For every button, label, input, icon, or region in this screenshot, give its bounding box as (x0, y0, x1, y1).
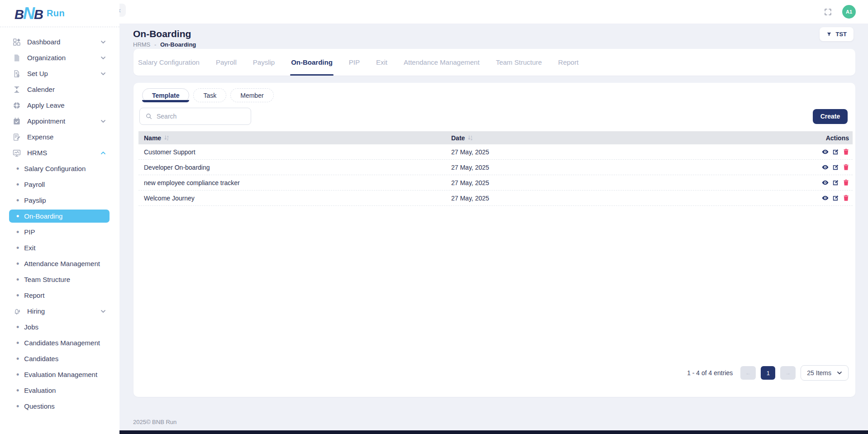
sidebar-item-dashboard[interactable]: Dashboard (0, 34, 119, 50)
table-row: Welcome Journey 27 May, 2025 (138, 191, 853, 206)
bullet-icon: • (16, 262, 19, 266)
page-size-select[interactable]: 25 Items (801, 365, 849, 381)
sidebar-item-jobs[interactable]: • Jobs (0, 319, 119, 335)
sidebar-item-pip[interactable]: • PIP (0, 224, 119, 240)
eye-icon (821, 179, 829, 186)
sidebar-item-calender[interactable]: Calender (0, 81, 119, 97)
fullscreen-icon (824, 8, 832, 16)
view-button[interactable] (821, 148, 829, 156)
pagination: 1 - 4 of 4 entries ← 1 → 25 Items (687, 365, 849, 381)
view-button[interactable] (821, 194, 829, 202)
sidebar-item-set-up[interactable]: Set Up (0, 66, 119, 81)
edit-button[interactable] (832, 179, 839, 186)
onboarding-panel: Template Task Member Create Name (134, 83, 855, 397)
delete-button[interactable] (842, 194, 850, 202)
trash-icon (842, 163, 850, 171)
bullet-icon: • (16, 357, 19, 361)
bullet-icon: • (16, 198, 19, 203)
column-header-date[interactable]: Date (451, 134, 789, 142)
search-icon (145, 113, 153, 120)
template-name: Welcome Journey (138, 195, 451, 202)
subtab-task[interactable]: Task (193, 88, 226, 102)
breadcrumb-parent[interactable]: HRMS (133, 41, 150, 48)
create-button[interactable]: Create (813, 109, 848, 124)
tab-pip[interactable]: PIP (349, 49, 360, 76)
footer-copyright: 2025© BNB Run (133, 419, 176, 425)
tab-attendance-management[interactable]: Attendance Management (404, 49, 480, 76)
tab-on-boarding[interactable]: On-Boarding (291, 49, 333, 76)
pagination-summary: 1 - 4 of 4 entries (687, 369, 733, 377)
sidebar-item-report[interactable]: • Report (0, 287, 119, 303)
sidebar-item-questions[interactable]: • Questions (0, 398, 119, 414)
edit-button[interactable] (832, 194, 839, 202)
sidebar-item-hiring[interactable]: Hiring (0, 303, 119, 319)
dashboard-icon (12, 38, 21, 47)
bullet-icon: • (16, 404, 19, 409)
sidebar-item-on-boarding[interactable]: • On-Boarding (9, 210, 110, 223)
sidebar-item-attendance-management[interactable]: • Attendance Management (0, 256, 119, 272)
sidebar-item-candidates[interactable]: • Candidates (0, 351, 119, 367)
delete-button[interactable] (842, 163, 850, 171)
sidebar-item-candidates-management[interactable]: • Candidates Management (0, 335, 119, 351)
bell-icon (12, 307, 21, 316)
calendar-check-icon (12, 117, 21, 126)
search-input[interactable] (157, 113, 243, 120)
content: On-Boarding HRMS - On-Boarding TST Salar… (119, 24, 868, 434)
delete-button[interactable] (842, 179, 850, 186)
edit-button[interactable] (832, 148, 839, 156)
tab-salary-configuration[interactable]: Salary Configuration (138, 49, 200, 76)
pencil-square-icon (832, 163, 839, 171)
template-name: Developer On-boarding (138, 164, 451, 171)
sort-numeric-desc-icon[interactable] (467, 135, 473, 141)
view-button[interactable] (821, 179, 829, 186)
tab-report[interactable]: Report (558, 49, 578, 76)
chevron-down-icon (100, 71, 106, 76)
sidebar-item-apply-leave[interactable]: Apply Leave (0, 97, 119, 113)
pagination-next-button[interactable]: → (780, 366, 796, 380)
bullet-icon: • (16, 388, 19, 393)
sidebar-item-appointment[interactable]: Appointment (0, 113, 119, 129)
sidebar-item-hrms[interactable]: HRMS (0, 145, 119, 161)
breadcrumb-separator: - (154, 41, 156, 48)
sidebar-item-payroll[interactable]: • Payroll (0, 176, 119, 192)
template-date: 27 May, 2025 (451, 164, 789, 171)
sidebar-item-expense[interactable]: Expense (0, 129, 119, 145)
delete-button[interactable] (842, 148, 850, 156)
page-title: On-Boarding (133, 28, 868, 40)
main-area: « A1 On-Boarding HRMS - On-Boarding TST (119, 0, 868, 434)
monitor-icon (12, 148, 21, 157)
hourglass-icon (12, 85, 21, 94)
pagination-prev-button[interactable]: ← (740, 366, 756, 380)
bullet-icon: • (16, 277, 19, 282)
eye-icon (821, 148, 829, 156)
tab-exit[interactable]: Exit (376, 49, 387, 76)
horizontal-scrollbar[interactable] (119, 430, 868, 434)
table-header-row: Name Date Actions (138, 131, 853, 144)
sidebar-item-payslip[interactable]: • Payslip (0, 192, 119, 208)
table-row: new employee compliance tracker 27 May, … (138, 175, 853, 191)
tenant-filter-button[interactable]: TST (820, 27, 854, 41)
chevron-down-icon (100, 39, 106, 45)
tab-payslip[interactable]: Payslip (253, 49, 275, 76)
tab-team-structure[interactable]: Team Structure (496, 49, 542, 76)
receipt-icon (12, 133, 21, 142)
view-button[interactable] (821, 163, 829, 171)
column-header-name[interactable]: Name (138, 134, 451, 142)
sidebar-item-team-structure[interactable]: • Team Structure (0, 272, 119, 287)
sidebar-item-evaluation-management[interactable]: • Evaluation Management (0, 367, 119, 382)
bullet-icon: • (16, 293, 19, 298)
bullet-icon: • (16, 341, 19, 345)
edit-button[interactable] (832, 163, 839, 171)
sort-alpha-desc-icon[interactable] (164, 135, 170, 141)
pagination-page-1[interactable]: 1 (761, 366, 775, 380)
sidebar-item-exit[interactable]: • Exit (0, 240, 119, 256)
sidebar-item-salary-configuration[interactable]: • Salary Configuration (0, 161, 119, 176)
fullscreen-button[interactable] (824, 8, 832, 16)
tab-payroll[interactable]: Payroll (216, 49, 237, 76)
subtab-template[interactable]: Template (142, 88, 189, 102)
subtab-member[interactable]: Member (230, 88, 273, 102)
sidebar-item-evaluation[interactable]: • Evaluation (0, 382, 119, 398)
avatar[interactable]: A1 (842, 5, 856, 19)
sidebar-item-organization[interactable]: Organization (0, 50, 119, 66)
document-gear-icon (12, 69, 21, 78)
